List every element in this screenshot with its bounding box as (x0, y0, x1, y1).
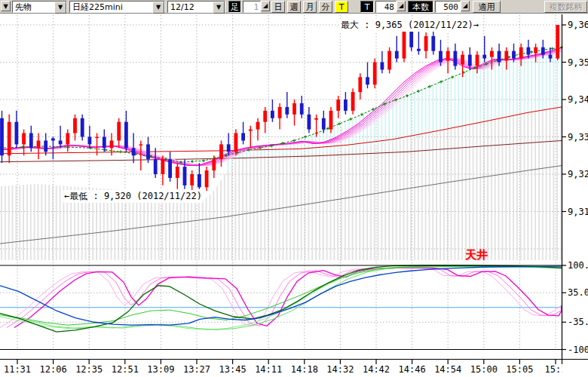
contract-date-combobox[interactable]: 12/12 ▼ (167, 1, 225, 13)
svg-text:15:00: 15:00 (470, 364, 498, 375)
ceiling-annotation: 天井 (464, 248, 488, 262)
interval-input[interactable]: 1 (243, 1, 261, 13)
period-day-button[interactable]: 日 (271, 1, 285, 13)
svg-text:15:05: 15:05 (506, 364, 533, 375)
svg-text:12:35: 12:35 (75, 364, 103, 375)
symbol-value: 日経225mini (70, 2, 152, 12)
svg-text:9,365: 9,365 (568, 20, 588, 30)
bars-count-spin-button[interactable]: ◢ (461, 1, 470, 11)
svg-text:35.00: 35.00 (568, 287, 588, 298)
tick-count-spin-button[interactable]: ◢ (397, 1, 406, 11)
svg-text:9,345: 9,345 (568, 94, 588, 105)
bars-toggle-button[interactable]: 本数 (408, 1, 433, 13)
svg-text:13:45: 13:45 (219, 364, 247, 375)
contract-date-value: 12/12 (168, 2, 213, 12)
svg-text:14:46: 14:46 (399, 364, 426, 375)
chevron-down-icon: ▼ (3, 3, 8, 10)
spin-icon: ◢ (263, 2, 268, 9)
ashi-toggle-button[interactable]: 足 (228, 1, 241, 13)
spin-icon: ◢ (399, 2, 403, 9)
svg-text:14:18: 14:18 (291, 364, 318, 375)
tick-mode-button-active[interactable]: T (335, 1, 348, 13)
svg-text:15:1: 15:1 (545, 364, 567, 375)
svg-text:-100.00: -100.00 (568, 345, 588, 355)
svg-text:9,325: 9,325 (568, 169, 588, 179)
svg-text:14:54: 14:54 (434, 364, 461, 375)
spin-icon: ◢ (463, 2, 467, 9)
svg-text:14:11: 14:11 (255, 364, 282, 375)
chevron-down-icon[interactable]: ▼ (152, 2, 164, 14)
period-month-button[interactable]: 月 (303, 1, 317, 13)
svg-text:9,335: 9,335 (568, 132, 588, 143)
tick-unit-toggle-button[interactable]: T (360, 1, 374, 13)
apply-button[interactable]: 適用 (473, 1, 501, 13)
chart-area[interactable]: 9,3659,3559,3459,3359,3259,315100.0035.0… (0, 14, 588, 377)
symbol-combobox[interactable]: 日経225mini ▼ (69, 1, 165, 13)
multi-symbol-button[interactable]: 複数銘柄 (544, 1, 587, 13)
category-value: 先物 (13, 2, 54, 12)
period-week-button[interactable]: 週 (287, 1, 301, 13)
svg-text:14:42: 14:42 (363, 364, 390, 375)
bars-count-input[interactable]: 500 (435, 1, 461, 13)
mini-dropdown-button[interactable]: ▼ (1, 1, 11, 11)
chevron-down-icon[interactable]: ▼ (213, 2, 225, 14)
svg-text:14:32: 14:32 (326, 364, 354, 375)
svg-text:-35.00: -35.00 (568, 317, 588, 327)
svg-text:13:27: 13:27 (183, 364, 210, 375)
svg-text:9,355: 9,355 (568, 57, 588, 68)
svg-text:11:31: 11:31 (4, 364, 31, 375)
category-combobox[interactable]: 先物 ▼ (12, 1, 67, 13)
svg-text:9,315: 9,315 (568, 207, 588, 217)
interval-spin-button[interactable]: ◢ (261, 1, 270, 11)
tick-count-input[interactable]: 48 (375, 1, 397, 13)
period-minute-button[interactable]: 分 (319, 1, 332, 13)
max-price-annotation: 最大 : 9,365 (2012/11/22)→ (340, 19, 479, 32)
svg-text:100.00: 100.00 (568, 260, 588, 271)
chevron-down-icon[interactable]: ▼ (54, 2, 66, 14)
min-price-annotation: ←最低 : 9,320 (2012/11/22) (63, 190, 203, 203)
svg-text:12:06: 12:06 (40, 364, 67, 375)
svg-text:13:09: 13:09 (147, 364, 174, 375)
svg-text:12:51: 12:51 (112, 364, 139, 375)
toolbar: ▼ 先物 ▼ 日経225mini ▼ 12/12 ▼ 足 1 ◢ 日 週 月 分… (0, 0, 588, 14)
